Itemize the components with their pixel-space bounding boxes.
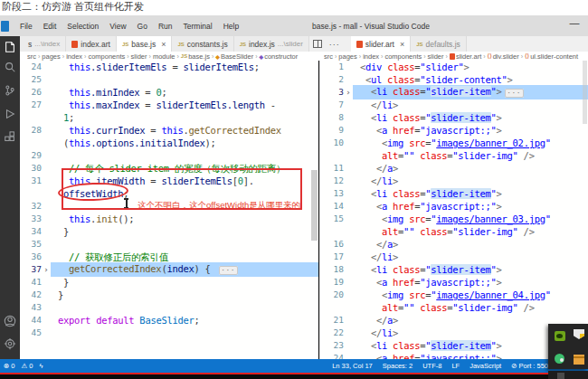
error-icon[interactable]: ⊗0: [4, 362, 14, 370]
account-icon[interactable]: [0, 312, 20, 330]
status-item[interactable]: Spaces: 2: [383, 362, 413, 370]
tab-defaults-js[interactable]: JSdefaults.js: [411, 36, 467, 52]
bolt-icon[interactable]: ϟ: [39, 362, 43, 370]
status-item[interactable]: UTF-8: [422, 362, 441, 370]
orange-file-icon[interactable]: [574, 355, 584, 365]
code-line[interactable]: 9<a href="javascript:;">: [320, 124, 588, 137]
code-line[interactable]: 12</li>: [320, 175, 588, 187]
breadcrumb-item[interactable]: ›slider: [125, 52, 147, 61]
code-line[interactable]: alt="" class="slider-img" />: [320, 301, 588, 314]
menu-item-run[interactable]: Run: [153, 20, 178, 33]
nvidia-icon[interactable]: [555, 331, 565, 341]
code-line[interactable]: 41}: [20, 276, 318, 289]
minimize-button[interactable]: —: [566, 17, 583, 28]
tab-slider-art[interactable]: slider.art×: [351, 36, 411, 52]
code-line[interactable]: 1<div class="slider">: [320, 61, 588, 73]
breadcrumb-item[interactable]: ›◈constructor: [253, 52, 298, 61]
tab-index-js[interactable]: JSindex.js...\slider: [234, 36, 309, 52]
tab-close-icon[interactable]: ×: [161, 40, 166, 49]
split-editor-icon[interactable]: [313, 40, 322, 48]
fold-chevron-icon[interactable]: ›: [42, 263, 51, 276]
left-editor-scrollbar[interactable]: [311, 170, 318, 241]
breadcrumb-item[interactable]: src: [27, 52, 36, 61]
code-line[interactable]: 34}: [20, 225, 318, 238]
breadcrumb-item[interactable]: ›JSbase.js: [175, 52, 210, 61]
breadcrumb-item[interactable]: src: [324, 52, 333, 61]
code-line[interactable]: 26this.minIndex = 0;: [20, 86, 318, 99]
code-line[interactable]: 45: [20, 327, 318, 339]
code-line[interactable]: 2<ul class="slider-content">: [320, 73, 588, 86]
breadcrumb-item[interactable]: ›module: [147, 52, 175, 61]
tab-close-icon[interactable]: ×: [400, 40, 404, 49]
menu-item-view[interactable]: View: [104, 20, 131, 33]
code-line[interactable]: 20<img src="images/banner_04.jpg": [320, 289, 588, 301]
status-item[interactable]: Ln 33, Col 17: [332, 362, 373, 370]
code-line[interactable]: 27this.maxIndex = sliderItemEls.length -: [20, 99, 318, 111]
settings-gear-icon[interactable]: [0, 335, 20, 353]
menu-item-go[interactable]: Go: [132, 20, 153, 33]
source-control-icon[interactable]: [0, 81, 20, 99]
more-actions-icon[interactable]: ···: [326, 40, 344, 49]
code-line[interactable]: alt="" class="slider-img" />: [320, 225, 588, 238]
code-line[interactable]: 29: [20, 149, 318, 162]
status-item[interactable]: LF: [451, 362, 460, 370]
code-line[interactable]: alt="" class="slider-img" />: [320, 149, 588, 162]
breadcrumb-item[interactable]: ›slider.art: [444, 52, 482, 61]
code-line[interactable]: (this.options.initialIndex);: [20, 137, 318, 149]
search-icon[interactable]: [0, 58, 20, 76]
code-line[interactable]: 28this.currIndex = this.getCorrectedInde…: [20, 124, 318, 137]
code-line[interactable]: 8<li class="slider-item">: [320, 111, 588, 124]
code-line[interactable]: 31this.itemWidth = sliderItemEls[0].: [20, 175, 318, 187]
tab-index-art[interactable]: index.art: [66, 36, 117, 52]
breadcrumb-item[interactable]: ›index: [61, 52, 82, 61]
breadcrumb-item[interactable]: ›components: [379, 52, 422, 61]
menu-item-terminal[interactable]: Terminal: [178, 20, 218, 33]
code-line[interactable]: 15<img src="images/banner_03.jpg": [320, 213, 588, 225]
breadcrumb-item[interactable]: ›pages: [36, 52, 61, 61]
breadcrumb-item[interactable]: ›⟨⟩div.slider: [481, 52, 518, 61]
code-line[interactable]: 16</a>: [320, 238, 588, 251]
run-debug-icon[interactable]: [0, 105, 20, 123]
code-line[interactable]: 11</a>: [320, 162, 588, 175]
code-line[interactable]: 44export default BaseSlider;: [20, 314, 318, 327]
menu-item-selection[interactable]: Selection: [62, 20, 104, 33]
defender-shield-icon[interactable]: [574, 329, 584, 339]
green-app-icon[interactable]: [555, 354, 564, 364]
menu-item-help[interactable]: Help: [218, 20, 244, 33]
code-line[interactable]: 17</li>: [320, 251, 588, 263]
code-line[interactable]: 37›getCorrectedIndex(index) { ···: [20, 263, 318, 276]
code-line[interactable]: 18<li class="slider-item">: [320, 263, 588, 276]
breadcrumb-item[interactable]: ›slider: [422, 52, 443, 61]
tab-constants-js[interactable]: JSconstants.js: [172, 36, 233, 52]
breadcrumb-item[interactable]: ›◆BaseSlider: [210, 52, 253, 61]
code-line[interactable]: 14<a href="javascript:;">: [320, 200, 588, 213]
code-line[interactable]: 24this.sliderItemEls = sliderItemEls;: [20, 61, 318, 73]
status-item[interactable]: ⊘Port : 550: [511, 362, 548, 370]
code-line[interactable]: 36// 获取修正后的索引值: [20, 251, 318, 263]
warning-icon[interactable]: ⚠0: [21, 362, 33, 370]
breadcrumb-item[interactable]: ›index: [357, 52, 379, 61]
tray-mini-icon[interactable]: [557, 373, 564, 379]
code-line[interactable]: 13<li class="slider-item">: [320, 187, 588, 200]
code-line[interactable]: 43: [20, 301, 318, 314]
code-line[interactable]: 25: [20, 73, 318, 86]
code-line[interactable]: 35: [20, 238, 318, 251]
tab-s[interactable]: s...\index: [20, 36, 66, 52]
fold-chevron-icon[interactable]: ›: [344, 86, 353, 99]
code-line[interactable]: 42}: [20, 289, 318, 301]
code-line[interactable]: 30// 每个 slider-item 的宽度（每次移动的距离）: [20, 162, 318, 175]
right-editor-scrollbar[interactable]: [583, 61, 587, 124]
code-line[interactable]: offsetWidth;: [20, 187, 318, 200]
menu-item-file[interactable]: File: [14, 20, 38, 33]
code-line[interactable]: 10<img src="images/banner_02.jpg": [320, 137, 588, 149]
code-line[interactable]: 1;: [20, 111, 318, 124]
code-line[interactable]: 7</li>: [320, 99, 588, 111]
code-line[interactable]: 33this.init();: [20, 213, 318, 225]
code-line[interactable]: 3›<li class="slider-item">···: [320, 86, 588, 99]
extensions-icon[interactable]: [0, 128, 20, 147]
explorer-icon[interactable]: [0, 38, 20, 56]
menu-item-edit[interactable]: Edit: [38, 20, 62, 33]
breadcrumb-item[interactable]: ›⟨⟩ul.slider-content: [519, 52, 578, 61]
status-item[interactable]: JavaScript: [469, 362, 501, 370]
tab-base-js[interactable]: JSbase.js×: [117, 36, 173, 52]
